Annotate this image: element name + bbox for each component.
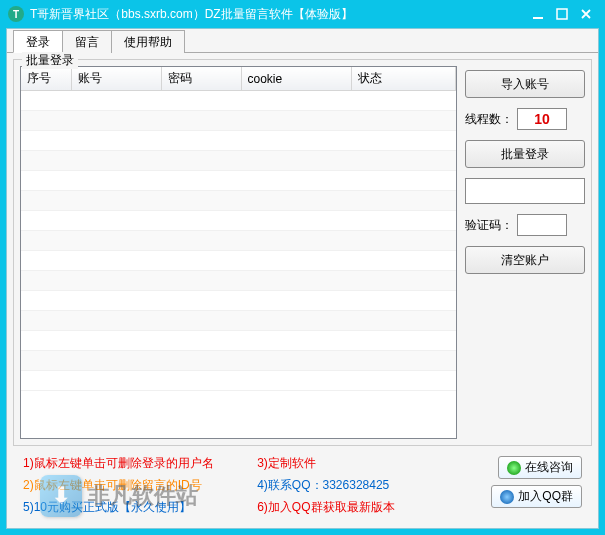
app-icon: T: [8, 6, 24, 22]
tab-help[interactable]: 使用帮助: [111, 30, 185, 53]
clear-accounts-button[interactable]: 清空账户: [465, 246, 585, 274]
svg-rect-1: [557, 9, 567, 19]
batch-login-group: 批量登录 序号 账号 密码 cookie 状态: [13, 59, 592, 446]
titlebar: T T哥新晋界社区（bbs.sxrb.com）DZ批量留言软件【体验版】: [0, 0, 605, 28]
col-account[interactable]: 账号: [71, 67, 161, 91]
tip-3: 3)定制软件: [257, 452, 491, 474]
tip-5: 5)10元购买正式版【永久使用】: [23, 496, 257, 518]
join-qq-button[interactable]: 加入QQ群: [491, 485, 582, 508]
accounts-table[interactable]: 序号 账号 密码 cookie 状态: [20, 66, 457, 439]
maximize-button[interactable]: [551, 6, 573, 22]
col-status[interactable]: 状态: [351, 67, 456, 91]
threads-label: 线程数：: [465, 111, 513, 128]
batch-login-button[interactable]: 批量登录: [465, 140, 585, 168]
tip-6: 6)加入QQ群获取最新版本: [257, 496, 491, 518]
tab-login[interactable]: 登录: [13, 30, 63, 53]
threads-input[interactable]: [517, 108, 567, 130]
tip-1: 1)鼠标左键单击可删除登录的用户名: [23, 452, 257, 474]
tab-message[interactable]: 留言: [62, 30, 112, 53]
col-cookie[interactable]: cookie: [241, 67, 351, 91]
window-title: T哥新晋界社区（bbs.sxrb.com）DZ批量留言软件【体验版】: [30, 6, 525, 23]
side-panel: 导入账号 线程数： 批量登录 验证码： 清空账户: [465, 66, 585, 439]
close-button[interactable]: [575, 6, 597, 22]
captcha-input[interactable]: [517, 214, 567, 236]
footer: 1)鼠标左键单击可删除登录的用户名 2)鼠标左键单击可删除留言的ID号 5)10…: [13, 446, 592, 522]
group-title: 批量登录: [22, 52, 78, 69]
col-seq[interactable]: 序号: [21, 67, 71, 91]
minimize-button[interactable]: [527, 6, 549, 22]
col-password[interactable]: 密码: [161, 67, 241, 91]
tip-4: 4)联系QQ：3326328425: [257, 474, 491, 496]
online-icon: [507, 461, 521, 475]
online-consult-label: 在线咨询: [525, 459, 573, 476]
tab-bar: 登录 留言 使用帮助: [7, 29, 598, 53]
tip-2: 2)鼠标左键单击可删除留言的ID号: [23, 474, 257, 496]
captcha-label: 验证码：: [465, 217, 513, 234]
import-accounts-button[interactable]: 导入账号: [465, 70, 585, 98]
captcha-image-box: [465, 178, 585, 204]
online-consult-button[interactable]: 在线咨询: [498, 456, 582, 479]
qq-icon: [500, 490, 514, 504]
svg-rect-0: [533, 17, 543, 19]
join-qq-label: 加入QQ群: [518, 488, 573, 505]
